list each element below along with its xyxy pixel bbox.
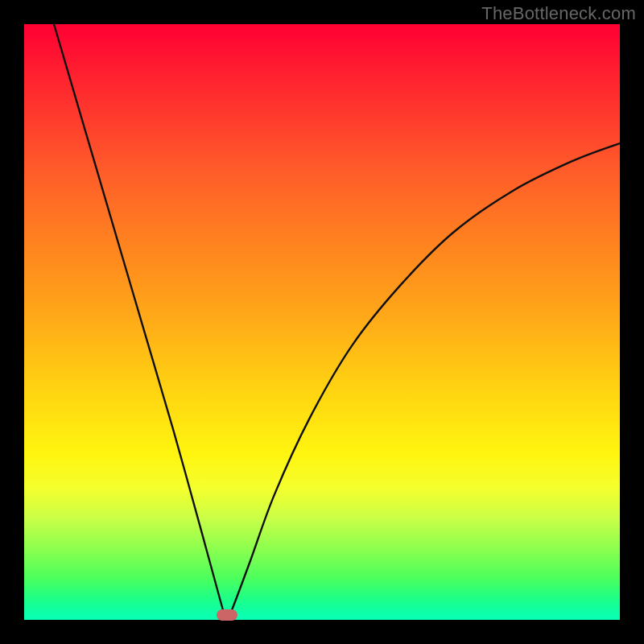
bottleneck-curve xyxy=(24,24,620,620)
minimum-marker xyxy=(217,609,237,621)
watermark-text: TheBottleneck.com xyxy=(481,3,636,24)
plot-area xyxy=(24,24,620,620)
chart-frame: TheBottleneck.com xyxy=(0,0,644,644)
